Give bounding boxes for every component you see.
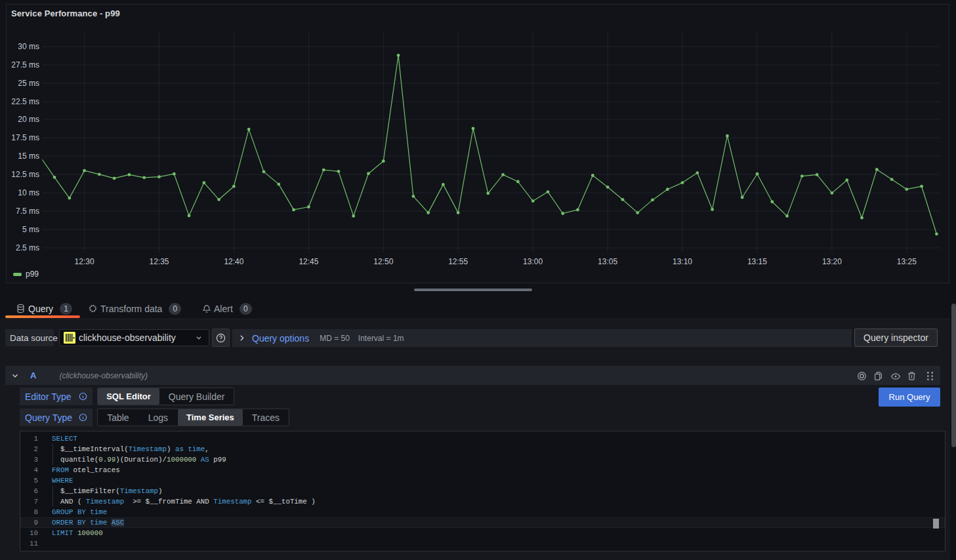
svg-text:12:45: 12:45	[299, 257, 318, 266]
svg-text:2.5 ms: 2.5 ms	[16, 243, 39, 252]
svg-text:13:25: 13:25	[897, 257, 917, 266]
svg-text:12:55: 12:55	[448, 257, 468, 266]
svg-text:12:35: 12:35	[149, 257, 169, 266]
svg-text:12:40: 12:40	[224, 257, 243, 266]
svg-text:20 ms: 20 ms	[18, 115, 39, 124]
svg-text:13:20: 13:20	[822, 257, 842, 266]
svg-text:25 ms: 25 ms	[18, 79, 39, 88]
svg-text:15 ms: 15 ms	[18, 151, 39, 161]
svg-text:13:05: 13:05	[598, 257, 617, 266]
svg-text:13:00: 13:00	[523, 257, 543, 266]
svg-text:5 ms: 5 ms	[22, 225, 39, 234]
svg-text:13:10: 13:10	[673, 257, 692, 266]
svg-text:17.5 ms: 17.5 ms	[11, 133, 39, 142]
svg-text:12:30: 12:30	[75, 257, 94, 266]
svg-text:13:15: 13:15	[747, 257, 767, 266]
svg-text:22.5 ms: 22.5 ms	[11, 97, 39, 106]
svg-text:30 ms: 30 ms	[18, 42, 39, 51]
svg-text:12.5 ms: 12.5 ms	[11, 170, 39, 179]
svg-text:7.5 ms: 7.5 ms	[16, 207, 39, 216]
svg-text:10 ms: 10 ms	[18, 188, 39, 197]
svg-text:27.5 ms: 27.5 ms	[11, 60, 39, 70]
svg-text:12:50: 12:50	[373, 257, 393, 266]
